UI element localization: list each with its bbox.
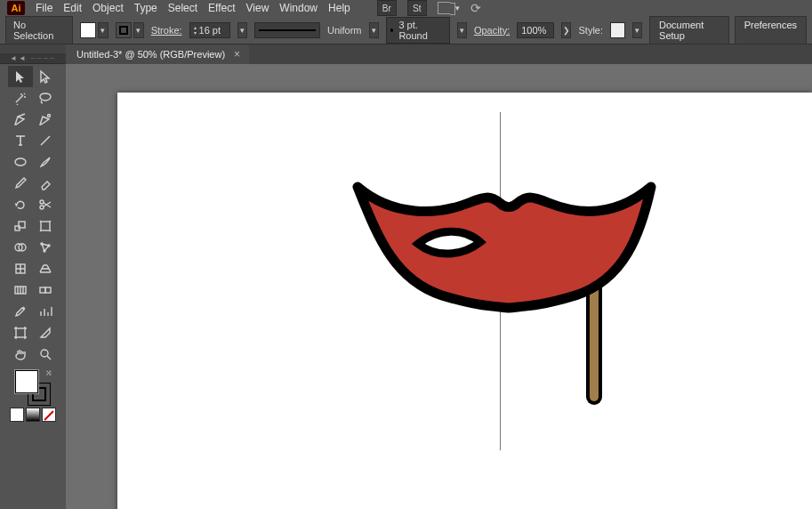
color-solid-icon[interactable] <box>10 408 24 422</box>
selection-tool[interactable] <box>8 66 33 87</box>
swap-fill-stroke-icon[interactable]: ⤭ <box>45 368 52 377</box>
brush-dropdown[interactable]: ▾ <box>457 22 467 38</box>
brush-dot-icon <box>390 28 394 32</box>
hand-tool[interactable] <box>8 343 33 365</box>
opacity-value: 100% <box>521 25 546 36</box>
canvas-viewport[interactable] <box>66 64 812 509</box>
ellipse-tool[interactable] <box>8 151 33 173</box>
opacity-input[interactable]: 100% <box>517 22 554 38</box>
stroke-swatch[interactable] <box>116 22 132 38</box>
document-tab-title: Untitled-3* @ 50% (RGB/Preview) <box>76 49 225 60</box>
color-gradient-icon[interactable] <box>26 408 40 422</box>
document-tab-row: Untitled-3* @ 50% (RGB/Preview) × <box>0 44 812 64</box>
lasso-tool[interactable] <box>33 87 58 109</box>
svg-point-3 <box>40 206 44 209</box>
paintbrush-tool[interactable] <box>33 151 58 173</box>
fill-color-icon[interactable] <box>15 370 38 393</box>
main-area: ⤭ <box>0 64 812 509</box>
menu-effect[interactable]: Effect <box>208 2 235 14</box>
free-transform-tool[interactable] <box>33 215 58 237</box>
zoom-tool[interactable] <box>33 343 58 365</box>
curvature-tool[interactable] <box>33 109 58 130</box>
workspace-icon <box>438 2 450 14</box>
control-bar: No Selection ▾ ▾ Stroke: ▴▾ 16 pt ▾ Unif… <box>0 16 812 44</box>
shape-builder-tool[interactable] <box>8 237 33 258</box>
chevron-down-icon: ▾ <box>455 4 460 12</box>
menu-window[interactable]: Window <box>279 2 318 14</box>
stroke-swatch-dropdown[interactable]: ▾ <box>133 22 144 38</box>
menu-file[interactable]: File <box>36 2 52 14</box>
menu-select[interactable]: Select <box>168 2 197 14</box>
bridge-link-icon[interactable]: Br <box>377 0 397 16</box>
magic-wand-tool[interactable] <box>8 87 33 109</box>
preferences-button[interactable]: Preferences <box>735 16 807 44</box>
eyedropper-tool[interactable] <box>8 301 33 322</box>
svg-rect-15 <box>45 287 51 293</box>
fill-swatch[interactable] <box>80 22 96 38</box>
toolbar-collapse-handle[interactable]: ◄◄┈┈┈┈ <box>0 53 66 64</box>
slice-tool[interactable] <box>33 322 58 343</box>
svg-rect-6 <box>41 222 50 230</box>
type-tool[interactable] <box>8 130 33 151</box>
opacity-label[interactable]: Opacity: <box>474 25 510 36</box>
sync-settings-icon[interactable]: ⟳ <box>470 1 481 15</box>
rotate-tool[interactable] <box>8 194 33 215</box>
svg-point-2 <box>40 200 44 204</box>
close-tab-icon[interactable]: × <box>234 48 240 61</box>
scale-tool[interactable] <box>8 215 33 237</box>
mask-eye-hole[interactable] <box>418 231 480 254</box>
perspective-grid-tool[interactable] <box>33 258 58 279</box>
brush-definition[interactable]: 3 pt. Round <box>386 17 450 44</box>
svg-point-17 <box>41 350 48 357</box>
mesh-tool[interactable] <box>8 258 33 279</box>
svg-point-1 <box>15 158 26 166</box>
scissors-tool[interactable] <box>33 194 58 215</box>
direct-selection-tool[interactable] <box>33 66 58 87</box>
fill-swatch-dropdown[interactable]: ▾ <box>98 22 109 38</box>
eraser-tool[interactable] <box>33 173 58 194</box>
line-segment-tool[interactable] <box>33 130 58 151</box>
app-logo-icon: Ai <box>7 1 25 15</box>
column-graph-tool[interactable] <box>33 301 58 322</box>
stock-link-icon[interactable]: St <box>407 0 427 16</box>
document-setup-button[interactable]: Document Setup <box>649 16 729 44</box>
svg-point-0 <box>48 115 51 117</box>
svg-rect-14 <box>40 287 45 293</box>
workspace-switcher[interactable]: ▾ <box>438 2 460 14</box>
artboard-tool[interactable] <box>8 322 33 343</box>
menu-object[interactable]: Object <box>92 2 124 14</box>
menu-edit[interactable]: Edit <box>63 2 82 14</box>
stroke-weight-dropdown[interactable]: ▾ <box>237 22 247 38</box>
tools-panel: ⤭ <box>0 64 66 509</box>
style-label: Style: <box>578 25 603 36</box>
fill-stroke-control[interactable]: ⤭ <box>15 370 51 406</box>
blend-tool[interactable] <box>33 279 58 301</box>
pencil-tool[interactable] <box>8 173 33 194</box>
svg-rect-16 <box>16 328 25 337</box>
color-none-icon[interactable] <box>42 408 56 422</box>
style-dropdown[interactable]: ▾ <box>632 22 642 38</box>
stroke-weight-value: 16 pt <box>199 25 221 36</box>
menu-help[interactable]: Help <box>328 2 350 14</box>
document-tab[interactable]: Untitled-3* @ 50% (RGB/Preview) × <box>66 44 249 64</box>
selection-state: No Selection <box>5 16 73 44</box>
variable-width-profile[interactable] <box>254 22 320 38</box>
profile-dropdown[interactable]: ▾ <box>369 22 379 38</box>
puppet-warp-tool[interactable] <box>33 237 58 258</box>
opacity-dropdown[interactable]: ❯ <box>561 22 571 38</box>
stroke-weight-input[interactable]: ▴▾ 16 pt <box>189 22 230 38</box>
menu-view[interactable]: View <box>246 2 269 14</box>
graphic-style-swatch[interactable] <box>610 22 625 38</box>
gradient-tool[interactable] <box>8 279 33 301</box>
color-mode-row <box>10 408 56 422</box>
mask-body[interactable] <box>358 187 651 308</box>
app-root: Ai File Edit Object Type Select Effect V… <box>0 0 812 509</box>
profile-label: Uniform <box>327 25 362 36</box>
menu-bar: Ai File Edit Object Type Select Effect V… <box>0 0 812 16</box>
pen-tool[interactable] <box>8 109 33 130</box>
artboard[interactable] <box>117 93 812 509</box>
stroke-weight-stepper[interactable]: ▴▾ <box>194 25 197 36</box>
menu-type[interactable]: Type <box>134 2 157 14</box>
stroke-label[interactable]: Stroke: <box>151 25 182 36</box>
artwork-mask[interactable] <box>349 182 669 431</box>
